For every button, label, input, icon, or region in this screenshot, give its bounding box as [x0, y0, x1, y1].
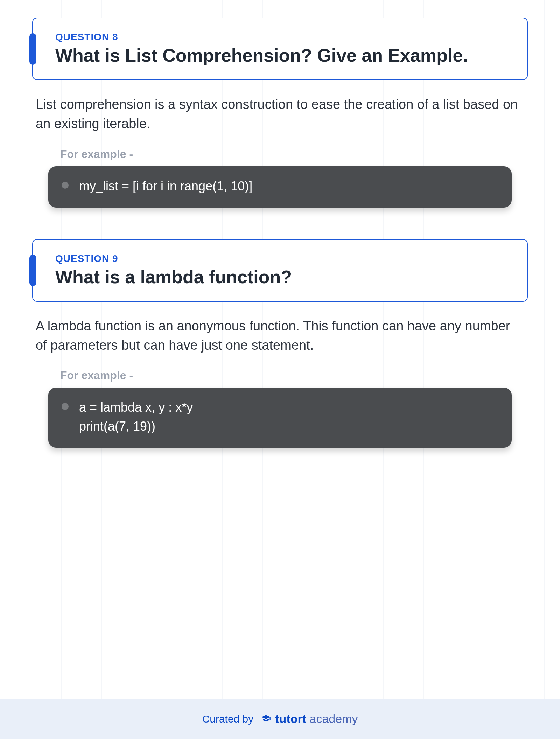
qa-section: QUESTION 9 What is a lambda function? A …: [32, 239, 528, 448]
question-label: QUESTION 9: [55, 253, 509, 264]
card-side-tab: [29, 255, 36, 286]
example-block: For example - a = lambda x, y : x*y prin…: [32, 369, 528, 448]
code-bullet-icon: [62, 403, 69, 410]
brand-strong: tutort: [275, 712, 306, 725]
code-bullet-icon: [62, 182, 69, 189]
example-block: For example - my_list = [i for i in rang…: [32, 148, 528, 208]
curated-by-text: Curated by: [202, 713, 254, 725]
brand-text: tutort academy: [275, 712, 358, 726]
question-label: QUESTION 8: [55, 32, 509, 43]
code-box: a = lambda x, y : x*y print(a(7, 19)): [48, 388, 512, 448]
question-card: QUESTION 8 What is List Comprehension? G…: [32, 18, 528, 80]
code-box: my_list = [i for i in range(1, 10)]: [48, 166, 512, 208]
page-container: QUESTION 8 What is List Comprehension? G…: [0, 0, 560, 739]
code-text: a = lambda x, y : x*y print(a(7, 19)): [79, 398, 193, 436]
qa-section: QUESTION 8 What is List Comprehension? G…: [32, 18, 528, 208]
code-text: my_list = [i for i in range(1, 10)]: [79, 177, 252, 196]
question-card: QUESTION 9 What is a lambda function?: [32, 239, 528, 302]
example-label: For example -: [60, 148, 524, 161]
question-title: What is a lambda function?: [55, 266, 509, 288]
graduation-cap-icon: [261, 714, 271, 724]
card-side-tab: [29, 33, 36, 65]
brand: tutort academy: [261, 712, 358, 726]
brand-light: academy: [306, 712, 358, 725]
question-title: What is List Comprehension? Give an Exam…: [55, 45, 509, 66]
example-label: For example -: [60, 369, 524, 382]
answer-text: List comprehension is a syntax construct…: [36, 95, 524, 133]
answer-text: A lambda function is an anonymous functi…: [36, 316, 524, 355]
footer: Curated by tutort academy: [0, 699, 560, 739]
